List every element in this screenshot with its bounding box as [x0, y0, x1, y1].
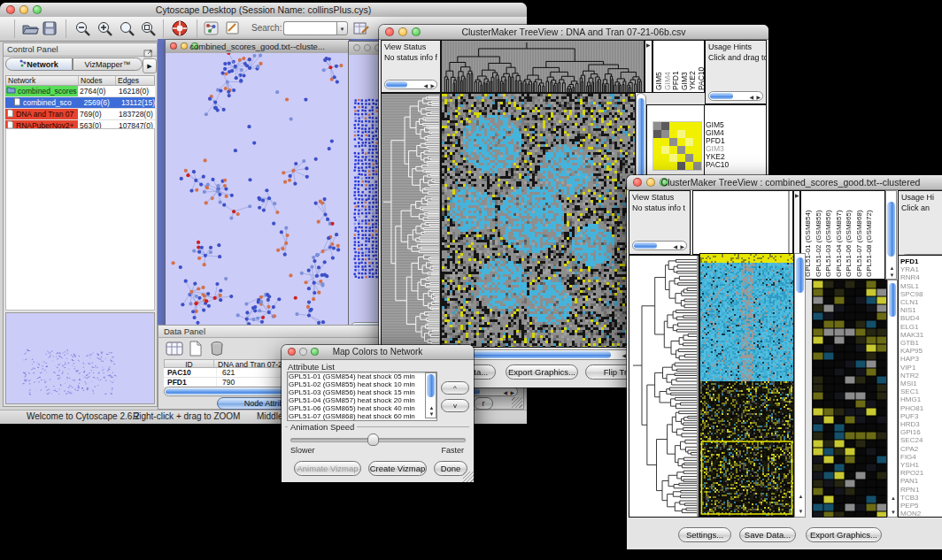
- zoom-out-icon[interactable]: [74, 20, 91, 41]
- gene-label[interactable]: MAK31: [900, 331, 942, 339]
- matrix-cell[interactable]: [669, 162, 677, 170]
- move-down-button[interactable]: v: [441, 399, 469, 412]
- tv1-row-dendrogram[interactable]: [381, 93, 441, 348]
- save-icon[interactable]: [42, 20, 58, 40]
- matrix-cell[interactable]: [693, 162, 701, 170]
- attribute-list-item[interactable]: GPL51-06 (GSM865) heat shock 40 min: [289, 404, 424, 412]
- clipped-browser-button[interactable]: r: [474, 397, 493, 410]
- matrix-cell[interactable]: [653, 138, 661, 146]
- gene-label[interactable]: GTB1: [900, 339, 942, 347]
- table-view-icon[interactable]: [166, 341, 183, 360]
- gene-label[interactable]: PAN1: [900, 477, 942, 485]
- help-lifebuoy-icon[interactable]: [171, 19, 189, 41]
- search-dropdown-button[interactable]: ▾: [336, 21, 348, 35]
- search-input[interactable]: [283, 21, 337, 35]
- gene-label[interactable]: YSH1: [900, 461, 942, 469]
- col-header-network[interactable]: Network: [6, 76, 79, 85]
- gene-label[interactable]: PHO81: [900, 404, 942, 412]
- treeview2-titlebar[interactable]: ClusterMaker TreeView : combined_scores_…: [627, 175, 942, 190]
- zoom-selected-icon[interactable]: [119, 20, 135, 41]
- matrix-cell[interactable]: [653, 162, 661, 170]
- tv2-labels-scrollbar[interactable]: ▲ ▼: [885, 190, 897, 280]
- matrix-cell[interactable]: [653, 122, 661, 130]
- gene-label[interactable]: MON2: [900, 510, 942, 518]
- create-vizmap-button[interactable]: Create Vizmap: [368, 461, 427, 476]
- matrix-cell[interactable]: [677, 138, 685, 146]
- gene-label[interactable]: VIP1: [900, 364, 942, 372]
- matrix-cell[interactable]: [693, 154, 701, 162]
- col-header-nodes[interactable]: Nodes: [79, 76, 116, 85]
- tv2-save-data-button[interactable]: Save Data...: [739, 527, 796, 542]
- matrix-cell[interactable]: [669, 130, 677, 138]
- gene-label[interactable]: RPO21: [900, 469, 942, 477]
- network-table-row[interactable]: combined_sco2569(6)13112(15): [5, 97, 155, 109]
- delete-attribute-icon[interactable]: [209, 341, 225, 360]
- tv2-top-tree-area[interactable]: [692, 190, 793, 255]
- frame2-minimize-button[interactable]: [364, 44, 371, 51]
- network-view-canvas-1[interactable]: [166, 53, 349, 331]
- network-name-cell[interactable]: combined_sco: [5, 97, 82, 108]
- tv1-usage-scrollbar[interactable]: ◀▶: [708, 91, 763, 101]
- matrix-cell[interactable]: [653, 146, 661, 154]
- gene-label[interactable]: HRD3: [900, 420, 942, 428]
- gene-label[interactable]: SPC98: [900, 290, 942, 298]
- tab-vizmapper[interactable]: VizMapper™: [73, 58, 143, 71]
- gene-label[interactable]: BUD4: [900, 314, 942, 322]
- matrix-cell[interactable]: [693, 130, 701, 138]
- gene-label[interactable]: YRA1: [900, 265, 942, 273]
- matrix-cell[interactable]: [677, 162, 685, 170]
- gene-label[interactable]: GPI16: [900, 428, 942, 436]
- matrix-cell[interactable]: [661, 130, 669, 138]
- resize-grip[interactable]: [512, 397, 522, 408]
- matrix-cell[interactable]: [685, 122, 693, 130]
- slider-thumb[interactable]: [367, 433, 379, 446]
- matrix-cell[interactable]: [661, 146, 669, 154]
- matrix-cell[interactable]: [693, 146, 701, 154]
- tv1-column-dendrogram[interactable]: [441, 40, 645, 93]
- tv1-heatmap[interactable]: [441, 93, 636, 348]
- gene-label[interactable]: CPA2: [900, 445, 942, 453]
- matrix-cell[interactable]: [661, 138, 669, 146]
- tv2-global-heatmap[interactable]: [699, 253, 794, 518]
- network-overview[interactable]: [5, 312, 155, 404]
- attribute-list-item[interactable]: GPL51-03 (GSM856) heat shock 15 min: [289, 388, 424, 396]
- matrix-cell[interactable]: [677, 130, 685, 138]
- treeview1-titlebar[interactable]: ClusterMaker TreeView : DNA and Tran 07-…: [379, 25, 768, 40]
- matrix-cell[interactable]: [677, 154, 685, 162]
- attribute-list-item[interactable]: GPL51-02 (GSM855) heat shock 10 min: [289, 380, 424, 388]
- gene-label[interactable]: MSI1: [900, 380, 942, 387]
- matrix-cell[interactable]: [677, 122, 685, 130]
- matrix-cell[interactable]: [669, 154, 677, 162]
- tv2-row-dendrogram[interactable]: [629, 255, 699, 518]
- matrix-cell[interactable]: [693, 122, 701, 130]
- resize-grip[interactable]: [463, 472, 474, 482]
- matrix-cell[interactable]: [685, 162, 693, 170]
- gene-label[interactable]: NIS1: [900, 306, 942, 314]
- tv2-gene-scrollbar[interactable]: ▲ ▼: [887, 280, 898, 518]
- open-folder-icon[interactable]: [21, 20, 39, 40]
- tv2-status-scrollbar[interactable]: ◀▶: [632, 241, 687, 250]
- gene-label[interactable]: KAP95: [900, 347, 942, 355]
- gene-label[interactable]: SEC24: [900, 436, 942, 444]
- gene-label[interactable]: TCB3: [900, 494, 942, 502]
- main-titlebar[interactable]: Cytoscape Desktop (Session Name: collins…: [0, 3, 527, 18]
- attribute-list-item[interactable]: GPL51-01 (GSM854) heat shock 05 min: [289, 372, 424, 380]
- matrix-cell[interactable]: [685, 154, 693, 162]
- matrix-cell[interactable]: [669, 146, 677, 154]
- tv1-scroll-strip[interactable]: ▶: [645, 40, 652, 93]
- frame2-close-button[interactable]: [353, 44, 360, 51]
- network-table-row[interactable]: DNA and Tran 07769(0)183728(0): [5, 109, 155, 120]
- gene-label[interactable]: PUF3: [900, 412, 942, 420]
- gene-label[interactable]: PEP5: [900, 502, 942, 510]
- matrix-cell[interactable]: [693, 138, 701, 146]
- gene-label[interactable]: HMG1: [900, 395, 942, 403]
- matrix-cell[interactable]: [685, 130, 693, 138]
- gene-label[interactable]: MSL1: [900, 282, 942, 290]
- correlation-matrix[interactable]: [652, 121, 702, 171]
- tab-network[interactable]: Network: [5, 58, 73, 71]
- tv2-settings-button[interactable]: Settings...: [678, 527, 731, 542]
- dialog-titlebar[interactable]: Map Colors to Network: [282, 345, 474, 360]
- gene-label[interactable]: FIG4: [900, 453, 942, 461]
- attribute-list-item[interactable]: GPL51-04 (GSM857) heat shock 20 min: [289, 396, 424, 404]
- animation-speed-slider[interactable]: [290, 438, 466, 442]
